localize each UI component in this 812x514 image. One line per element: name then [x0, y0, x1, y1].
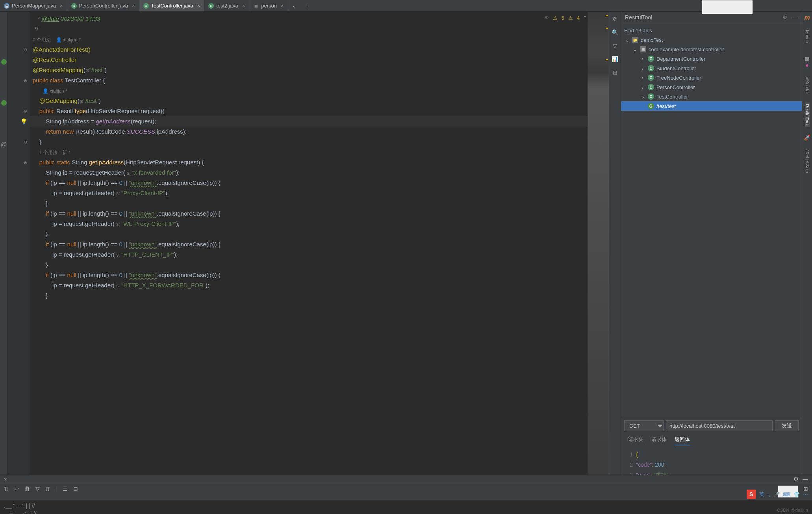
editor-right-tools: ⟳ 🔍 ▽ 📊 ⊞	[609, 12, 621, 514]
run-marker-icon[interactable]	[1, 100, 7, 106]
class-icon: C	[648, 74, 654, 81]
eye-icon[interactable]: 👁	[544, 15, 549, 21]
code-editor[interactable]: ⊖ ⊖ ⊖ 💡 ⊖ ⊖ * @d	[8, 12, 621, 514]
terminal-toolbar: ⇅ ↩ 🗑 ▽ ⇵ | ☰ ⊟ ⊞	[0, 483, 812, 500]
chevron-down-icon[interactable]: ⌄	[632, 47, 638, 52]
fold-icon[interactable]: ⊖	[24, 157, 30, 168]
ime-keyboard-icon[interactable]: ⌨	[783, 492, 790, 497]
tree-endpoint[interactable]: G/test/test	[621, 101, 802, 111]
class-icon: C	[648, 84, 654, 90]
left-tool-stripe: @	[0, 12, 8, 514]
api-tree: Find 13 apis ⌄📁demoTest ⌄⊞com.example.de…	[621, 23, 802, 113]
tree-project[interactable]: ⌄📁demoTest	[621, 35, 802, 45]
tree-controller[interactable]: ›CDepartmentController	[621, 54, 802, 63]
ime-mic-icon[interactable]: 🎤	[773, 492, 780, 497]
wrap-icon[interactable]: ↩	[14, 486, 19, 497]
run-marker-icon[interactable]	[1, 59, 7, 65]
close-icon[interactable]: ×	[197, 3, 200, 9]
http-method-select[interactable]: GET	[624, 420, 664, 431]
tab-test2[interactable]: Ctest2.java×	[204, 0, 249, 11]
fold-icon[interactable]: ⊖	[24, 75, 30, 86]
ime-lang[interactable]: 英	[759, 491, 764, 498]
aixcoder-icon[interactable]: ●	[805, 62, 808, 68]
filter-icon[interactable]: ▽	[613, 43, 617, 49]
close-icon[interactable]: ×	[60, 3, 63, 9]
tabs-more-icon[interactable]: ⋮	[300, 3, 313, 9]
sort-icon[interactable]: ⇵	[45, 486, 50, 497]
class-icon: C	[648, 65, 654, 71]
list-icon[interactable]: ☰	[63, 486, 68, 497]
chevron-down-icon[interactable]: ⌄	[624, 37, 630, 43]
graph-icon[interactable]: ⊞	[613, 69, 617, 76]
ime-more-icon[interactable]: ⋯	[803, 492, 808, 497]
url-input[interactable]	[666, 420, 773, 431]
sidebar-restfultool[interactable]: RestfulTool	[805, 102, 810, 127]
trash-icon[interactable]: 🗑	[24, 486, 30, 497]
sogou-icon[interactable]: S	[747, 490, 756, 499]
chevron-right-icon[interactable]: ›	[640, 65, 645, 71]
fold-icon[interactable]: ⊖	[24, 137, 30, 147]
tab-label: PersonMapper.java	[12, 3, 56, 9]
jrebel-icon[interactable]: 🚀	[804, 134, 810, 141]
warning-icon[interactable]: ⚠	[553, 15, 558, 21]
package-icon: ⊞	[640, 46, 646, 52]
minimize-icon[interactable]: —	[803, 476, 808, 482]
watermark: CSDN @xialijun	[777, 508, 808, 512]
tree-controller[interactable]: ›CStudentController	[621, 63, 802, 73]
split-icon[interactable]: ⊟	[73, 486, 78, 497]
fold-icon[interactable]: ⊖	[24, 106, 30, 116]
tabs-overflow-icon[interactable]: ⌄	[288, 3, 300, 9]
refresh-icon[interactable]: ⟳	[613, 16, 617, 22]
tab-req-body[interactable]: 请求体	[651, 436, 667, 445]
search-icon[interactable]: 🔍	[612, 29, 618, 35]
java-icon: ☕	[4, 3, 9, 9]
tab-person-db[interactable]: ▦person×	[249, 0, 288, 11]
close-icon[interactable]: ×	[281, 3, 284, 9]
gear-icon[interactable]: ⚙	[782, 14, 788, 20]
chevron-right-icon[interactable]: ›	[640, 84, 645, 90]
api-count: Find 13 apis	[621, 26, 802, 35]
tab-req-headers[interactable]: 请求头	[628, 436, 643, 445]
tree-controller[interactable]: ⌄CTestController	[621, 92, 802, 101]
close-icon[interactable]: ×	[132, 3, 135, 9]
tab-testcontroller[interactable]: CTestController.java×	[139, 0, 205, 11]
code-minimap[interactable]	[587, 12, 609, 514]
ime-punct-icon[interactable]: ·,	[768, 492, 770, 497]
sidebar-jrebel[interactable]: JRebel Setu	[805, 148, 810, 175]
close-panel-icon[interactable]: ×	[4, 476, 7, 482]
sidebar-database[interactable]: 数据库	[804, 52, 810, 55]
tab-personmapper[interactable]: ☕PersonMapper.java×	[0, 0, 67, 11]
warning-icon[interactable]: ⚠	[568, 15, 573, 21]
ime-toolbar: S 英 ·, 🎤 ⌨ 👕 ⋯	[747, 490, 808, 499]
tab-personcontroller[interactable]: CPersonController.java×	[67, 0, 139, 11]
gear-icon[interactable]: ⚙	[793, 476, 799, 482]
tab-resp-body[interactable]: 返回体	[675, 436, 690, 445]
tree-controller[interactable]: ›CPersonController	[621, 82, 802, 92]
chevron-down-icon[interactable]: ⌄	[640, 94, 645, 100]
tab-label: TestController.java	[151, 3, 193, 9]
chevron-right-icon[interactable]: ›	[640, 56, 645, 62]
bulb-icon[interactable]: 💡	[20, 116, 30, 127]
filter-icon[interactable]: ▽	[35, 486, 40, 497]
arrow-up-icon[interactable]: ˄	[584, 15, 586, 21]
sidebar-aixcoder[interactable]: aiXcoder	[805, 75, 810, 95]
code-body[interactable]: * @date 2023/2/2 14:33 */ 0 个用法 👤 xialij…	[30, 12, 587, 514]
scroll-icon[interactable]: ⇅	[4, 486, 9, 497]
at-icon[interactable]: @	[0, 141, 7, 148]
ime-skin-icon[interactable]: 👕	[793, 492, 800, 497]
maven-icon[interactable]: m	[804, 14, 810, 21]
sidebar-maven[interactable]: Maven	[805, 28, 810, 45]
tree-package[interactable]: ⌄⊞com.example.demotest.controller	[621, 45, 802, 54]
close-icon[interactable]: ×	[242, 3, 245, 9]
tab-label: PersonController.java	[79, 3, 128, 9]
class-icon: C	[208, 3, 214, 9]
send-button[interactable]: 发送	[775, 420, 799, 431]
chart-icon[interactable]: 📊	[612, 56, 618, 62]
class-icon: C	[143, 3, 149, 9]
tree-controller[interactable]: ›CTreeNodeController	[621, 73, 802, 82]
terminal-output[interactable]: .__ ''.---'' | | // ._.--. _..-' | | //	[0, 500, 812, 514]
editor-tabs: ☕PersonMapper.java× CPersonController.ja…	[0, 0, 812, 12]
chevron-right-icon[interactable]: ›	[640, 75, 645, 81]
fold-icon[interactable]: ⊖	[24, 45, 30, 55]
minimize-icon[interactable]: —	[792, 14, 798, 20]
